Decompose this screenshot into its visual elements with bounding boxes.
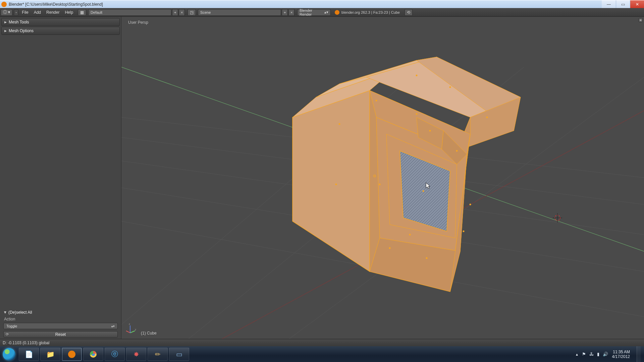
remove-scene-button[interactable]: × (288, 9, 294, 16)
scene-name-field[interactable]: Scene (198, 9, 281, 16)
taskbar-ie[interactable]: ⓔ (105, 348, 125, 361)
tray-expand-icon[interactable]: ▴ (576, 352, 578, 357)
taskbar-notepad[interactable]: 📄 (19, 348, 39, 361)
tray-icons: ⚑ 🖧 ▮ 🔊 (582, 352, 608, 357)
screen-layout-value: Default (91, 10, 102, 14)
taskbar-app-window[interactable]: ▭ (169, 348, 189, 361)
window-title: Blender* [C:\Users\Mike\Desktop\Starting… (9, 2, 103, 7)
operator-action-value: Toggle (6, 324, 17, 328)
scene-browse-icon[interactable]: ◳ (187, 9, 196, 16)
windows-logo-icon (3, 348, 15, 361)
maximize-button[interactable]: ▭ (616, 0, 630, 8)
main-content: ▶ Mesh Tools ▶ Mesh Options ▶ (De)select… (0, 17, 644, 339)
battery-icon[interactable]: ▮ (597, 352, 599, 357)
status-text: D: -0.1103 (0.1103) global (3, 341, 49, 345)
panel-mesh-tools[interactable]: ▶ Mesh Tools (1, 18, 120, 26)
svg-point-42 (379, 184, 381, 185)
svg-point-32 (376, 100, 377, 102)
operator-title-row[interactable]: ▶ (De)select All (1, 309, 120, 316)
tray-time: 11:35 AM (612, 350, 630, 354)
operator-reset-button[interactable]: ⟳ Reset (3, 331, 118, 338)
svg-marker-11 (292, 90, 370, 272)
window-titlebar: Blender* [C:\Users\Mike\Desktop\Starting… (0, 0, 644, 8)
header-status-text: blender.org 262.3 | Fa:23-23 | Cube (341, 10, 400, 14)
flag-icon[interactable]: ⚑ (582, 352, 586, 357)
chrome-icon (90, 351, 97, 358)
screen-layout-field[interactable]: Default (88, 9, 171, 16)
svg-point-39 (470, 204, 471, 205)
svg-point-38 (456, 150, 458, 152)
operator-action-select[interactable]: Toggle ▴▾ (3, 323, 118, 329)
chevron-updown-icon: ▴▾ (111, 324, 115, 328)
3d-viewport[interactable]: User Persp + (121, 17, 644, 339)
panel-mesh-options[interactable]: ▶ Mesh Options (1, 27, 120, 35)
svg-point-41 (389, 247, 391, 249)
taskbar-app-red[interactable]: ✸ (126, 348, 146, 361)
blender-icon (1, 2, 7, 7)
svg-point-44 (463, 231, 465, 232)
blender-icon (68, 351, 75, 358)
add-screen-button[interactable]: + (172, 9, 178, 16)
remove-screen-button[interactable]: × (179, 9, 185, 16)
menu-file[interactable]: File (19, 10, 31, 15)
taskbar-blender[interactable] (62, 348, 82, 361)
collapse-triangle-icon: ▶ (4, 311, 7, 314)
svg-point-40 (426, 257, 428, 259)
svg-point-30 (335, 184, 337, 185)
active-object-label: (1) Cube (141, 331, 157, 336)
network-icon[interactable]: 🖧 (589, 352, 594, 357)
volume-icon[interactable]: 🔊 (603, 352, 608, 357)
svg-point-36 (416, 113, 418, 115)
menu-render[interactable]: Render (44, 10, 62, 15)
windows-taskbar: 📄 📁 ⓔ ✸ ✏ ▭ ▴ ⚑ 🖧 ▮ 🔊 11:35 AM 4/17/2012 (0, 346, 644, 362)
svg-point-35 (486, 117, 488, 118)
refresh-icon: ⟳ (6, 332, 9, 337)
svg-point-37 (429, 130, 431, 132)
taskbar-chrome[interactable] (83, 348, 103, 361)
taskbar-app-brush[interactable]: ✏ (148, 348, 168, 361)
expand-triangle-icon: ▶ (4, 20, 7, 24)
svg-point-34 (449, 86, 451, 88)
mesh-cube (292, 57, 521, 292)
system-tray: ▴ ⚑ 🖧 ▮ 🔊 11:35 AM 4/17/2012 (576, 346, 644, 362)
menu-add[interactable]: Add (31, 10, 44, 15)
svg-point-45 (409, 234, 411, 236)
svg-text:y: y (135, 328, 136, 331)
operator-reset-label: Reset (55, 332, 66, 337)
operator-panel: ▶ (De)select All Action Toggle ▴▾ ⟳ Rese… (1, 309, 120, 338)
svg-point-31 (339, 123, 340, 125)
collapse-menu-icon[interactable]: ◦ (14, 9, 18, 16)
chevron-updown-icon: ▴▾ (324, 10, 328, 14)
mesh-options-label: Mesh Options (9, 28, 34, 33)
viewport-canvas (121, 17, 644, 339)
menu-help[interactable]: Help (62, 10, 76, 15)
3d-cursor-icon (553, 213, 562, 223)
status-bar: D: -0.1103 (0.1103) global (0, 339, 644, 346)
show-desktop-button[interactable] (637, 346, 641, 362)
render-engine-select[interactable]: Blender Render ▴▾ (297, 9, 331, 16)
add-scene-button[interactable]: + (282, 9, 288, 16)
svg-point-43 (423, 190, 424, 192)
svg-point-33 (416, 75, 418, 76)
expand-triangle-icon: ▶ (4, 29, 7, 33)
start-button[interactable] (0, 346, 18, 362)
svg-line-48 (126, 331, 130, 333)
render-engine-value: Blender Render (300, 8, 324, 16)
info-header: ⓘ ▾ ◦ File Add Render Help ▦ Default + ×… (0, 8, 644, 17)
operator-action-label: Action (1, 316, 120, 323)
back-to-previous-button[interactable]: ⟲ (405, 9, 413, 16)
blender-logo-icon (335, 10, 339, 15)
minimize-button[interactable]: — (602, 0, 616, 8)
operator-title: (De)select All (8, 310, 32, 315)
window-controls: — ▭ ✕ (602, 0, 644, 8)
titlebar-left: Blender* [C:\Users\Mike\Desktop\Starting… (1, 2, 103, 7)
tray-clock[interactable]: 11:35 AM 4/17/2012 (612, 350, 630, 359)
scene-name-value: Scene (200, 10, 211, 14)
editor-type-selector[interactable]: ⓘ ▾ (1, 9, 12, 16)
axis-gizmo: y z (125, 324, 136, 334)
mesh-tools-label: Mesh Tools (9, 20, 29, 24)
taskbar-explorer[interactable]: 📁 (40, 348, 60, 361)
tool-sidebar: ▶ Mesh Tools ▶ Mesh Options ▶ (De)select… (0, 17, 121, 339)
screen-browse-icon[interactable]: ▦ (78, 9, 86, 16)
close-button[interactable]: ✕ (630, 0, 644, 8)
